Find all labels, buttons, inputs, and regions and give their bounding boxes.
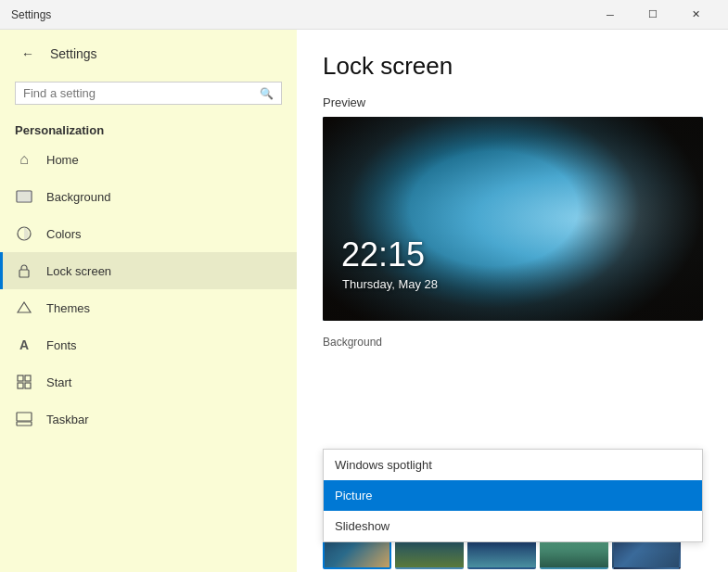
home-icon: ⌂ (15, 150, 33, 169)
sidebar: ← Settings 🔍 Personalization ⌂ Home Back… (0, 30, 297, 572)
sidebar-item-label-background: Background (46, 190, 110, 204)
background-label: Background (323, 336, 702, 349)
svg-rect-6 (18, 383, 23, 388)
search-input[interactable] (23, 86, 254, 100)
dropdown-option-spotlight[interactable]: Windows spotlight (324, 450, 702, 480)
fonts-icon: A (15, 336, 33, 354)
preview-date: Thursday, May 28 (342, 277, 438, 291)
themes-icon (15, 299, 33, 317)
maximize-button[interactable]: ☐ (632, 0, 674, 30)
sidebar-item-label-start: Start (46, 375, 71, 389)
sidebar-item-label-taskbar: Taskbar (46, 413, 89, 426)
sidebar-item-colors[interactable]: Colors (0, 215, 297, 252)
sidebar-item-background[interactable]: Background (0, 178, 297, 215)
svg-rect-9 (17, 413, 32, 421)
page-title: Lock screen (323, 52, 702, 81)
sidebar-item-label-home: Home (46, 153, 79, 167)
title-bar-controls: ─ ☐ ✕ (589, 0, 717, 30)
sidebar-item-lockscreen[interactable]: Lock screen (0, 252, 297, 289)
background-icon (15, 187, 33, 206)
sidebar-header: ← Settings (0, 30, 297, 78)
minimize-button[interactable]: ─ (589, 0, 632, 30)
svg-rect-5 (25, 375, 31, 381)
sidebar-item-label-themes: Themes (46, 301, 90, 315)
svg-rect-8 (17, 422, 32, 426)
lock-screen-preview: 22:15 Thursday, May 28 (323, 117, 703, 321)
svg-rect-1 (17, 191, 32, 202)
sidebar-item-start[interactable]: Start (0, 363, 297, 400)
background-dropdown: Windows spotlight Picture Slideshow Pict… (323, 449, 703, 477)
lockscreen-icon (15, 261, 33, 280)
close-button[interactable]: ✕ (674, 0, 717, 30)
sidebar-item-themes[interactable]: Themes (0, 289, 297, 326)
taskbar-icon (15, 410, 33, 428)
sidebar-item-fonts[interactable]: A Fonts (0, 326, 297, 363)
svg-rect-3 (19, 270, 29, 277)
title-bar: Settings ─ ☐ ✕ (0, 0, 728, 30)
svg-rect-7 (25, 383, 31, 388)
app-body: ← Settings 🔍 Personalization ⌂ Home Back… (0, 30, 728, 572)
search-icon: 🔍 (260, 87, 274, 100)
preview-time: 22:15 (341, 235, 425, 274)
svg-rect-4 (18, 375, 23, 381)
sidebar-app-title: Settings (50, 46, 97, 61)
main-content: Lock screen Preview 22:15 Thursday, May … (297, 30, 728, 572)
sidebar-item-label-lockscreen: Lock screen (46, 264, 111, 278)
dropdown-option-slideshow[interactable]: Slideshow (324, 511, 702, 541)
sidebar-item-home[interactable]: ⌂ Home (0, 141, 297, 178)
dropdown-option-picture[interactable]: Picture (324, 480, 702, 511)
title-bar-text: Settings (11, 8, 589, 21)
sidebar-item-label-fonts: Fonts (46, 338, 77, 352)
back-button[interactable]: ← (15, 41, 41, 67)
dropdown-menu: Windows spotlight Picture Slideshow (323, 449, 703, 542)
personalization-section-label: Personalization (0, 116, 297, 141)
start-icon (15, 373, 33, 391)
search-box: 🔍 (15, 82, 282, 105)
colors-icon (15, 224, 33, 243)
sidebar-item-taskbar[interactable]: Taskbar (0, 400, 297, 438)
preview-label: Preview (323, 95, 702, 109)
sidebar-item-label-colors: Colors (46, 227, 82, 241)
